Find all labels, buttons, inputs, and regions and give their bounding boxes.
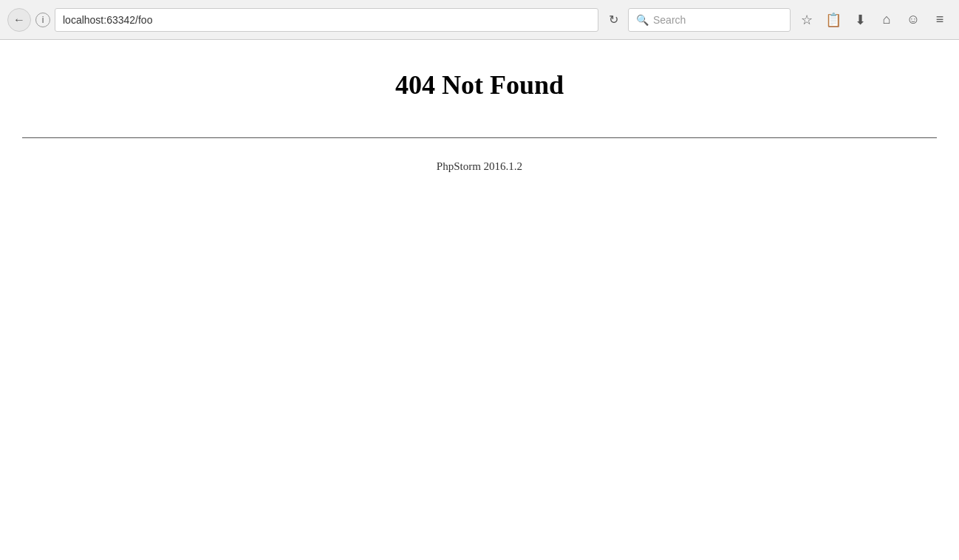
info-icon: i [42, 15, 44, 25]
browser-toolbar: ← i localhost:63342/foo ↻ 🔍 Search ☆ 📋 ⬇… [0, 0, 959, 40]
server-info: PhpStorm 2016.1.2 [15, 160, 944, 173]
page-divider [22, 137, 937, 138]
smiley-button[interactable]: ☺ [901, 8, 925, 32]
back-button[interactable]: ← [7, 8, 31, 32]
search-bar[interactable]: 🔍 Search [628, 8, 791, 32]
bookmark-button[interactable]: ☆ [795, 8, 819, 32]
search-icon: 🔍 [636, 14, 649, 26]
address-bar[interactable]: localhost:63342/foo [55, 8, 598, 32]
toolbar-icons: ☆ 📋 ⬇ ⌂ ☺ ≡ [795, 8, 952, 32]
clipboard-button[interactable]: 📋 [822, 8, 845, 32]
info-button[interactable]: i [35, 13, 50, 27]
address-text: localhost:63342/foo [63, 14, 152, 26]
error-title: 404 Not Found [15, 69, 944, 115]
download-button[interactable]: ⬇ [848, 8, 872, 32]
menu-button[interactable]: ≡ [928, 8, 952, 32]
reload-button[interactable]: ↻ [603, 10, 624, 30]
home-button[interactable]: ⌂ [875, 8, 898, 32]
search-placeholder: Search [653, 14, 686, 26]
page-content: 404 Not Found PhpStorm 2016.1.2 [0, 40, 959, 188]
